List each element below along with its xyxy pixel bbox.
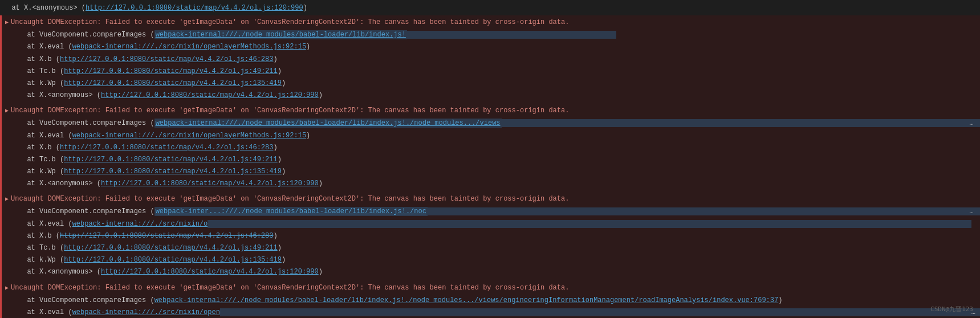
stack-link-1-4[interactable]: http://127.0.0.1:8080/static/map/v4.4.2/… (64, 67, 277, 75)
stack-link-3-1[interactable]: webpack-inter...:///./node_modules/babel… (154, 207, 428, 216)
stack-link-4-2[interactable]: webpack-internal:///./src/mixin/open (72, 308, 220, 316)
stack-trace-3: at VueComponent.compareImages (webpack-i… (2, 206, 980, 280)
stack-line-3-2: at X.eval (webpack-internal:///./src/mix… (15, 218, 980, 230)
stack-line-3-3: at X.b (http://127.0.0.1:8080/static/map… (15, 230, 980, 242)
prev-stack-line: at X.<anonymous> (http://127.0.0.1:8080/… (0, 1, 980, 15)
stack-line-1-1: at VueComponent.compareImages (webpack-i… (15, 29, 980, 41)
toggle-icon-4: ▶ (5, 284, 9, 292)
toggle-icon-3: ▶ (5, 195, 9, 203)
toggle-icon-1: ▶ (5, 18, 9, 27)
stack-text: at VueComponent.compareImages (webpack-i… (19, 30, 616, 39)
error-message-3: Uncaught DOMException: Failed to execute… (11, 194, 977, 204)
stack-line-4-1: at VueComponent.compareImages (webpack-i… (15, 295, 980, 307)
stack-trace-1: at VueComponent.compareImages (webpack-i… (2, 29, 980, 104)
error-group-2: ▶ Uncaught DOMException: Failed to execu… (0, 104, 980, 192)
stack-link-3-2[interactable]: webpack-internal:///./src/mixin/o (72, 220, 208, 228)
stack-line-4-2: at X.eval (webpack-internal:///./src/mix… (15, 307, 980, 318)
stack-line-1-6: at X.<anonymous> (http://127.0.0.1:8080/… (15, 89, 980, 101)
stack-link-2-3[interactable]: http://127.0.0.1:8080/static/map/v4.4.2/… (60, 144, 273, 152)
stack-link-1-3[interactable]: http://127.0.0.1:8080/static/map/v4.4.2/… (60, 55, 273, 63)
stack-link-3-4[interactable]: http://127.0.0.1:8080/static/map/v4.4.2/… (64, 244, 277, 252)
stack-line-1-2: at X.eval (webpack-internal:///./src/mix… (15, 41, 980, 53)
console-container: at X.<anonymous> (http://127.0.0.1:8080/… (0, 0, 980, 318)
stack-line-2-1: at VueComponent.compareImages (webpack-i… (15, 117, 980, 129)
error-header-4[interactable]: ▶ Uncaught DOMException: Failed to execu… (2, 281, 980, 295)
error-message-2: Uncaught DOMException: Failed to execute… (11, 105, 977, 116)
stack-line-3-1: at VueComponent.compareImages (webpack-i… (15, 206, 980, 218)
error-header-2[interactable]: ▶ Uncaught DOMException: Failed to execu… (2, 104, 980, 117)
stack-line-3-5: at k.Wp (http://127.0.0.1:8080/static/ma… (15, 254, 980, 266)
stack-line-1-5: at k.Wp (http://127.0.0.1:8080/static/ma… (15, 78, 980, 89)
error-header-3[interactable]: ▶ Uncaught DOMException: Failed to execu… (2, 192, 980, 206)
stack-line-1-4: at Tc.b (http://127.0.0.1:8080/static/ma… (15, 66, 980, 78)
stack-link-2-1[interactable]: webpack-internal:///./node_modules/babel… (154, 119, 502, 128)
stack-trace-4: at VueComponent.compareImages (webpack-i… (2, 295, 980, 318)
error-group-1: ▶ Uncaught DOMException: Failed to execu… (0, 15, 980, 104)
stack-line-3-4: at Tc.b (http://127.0.0.1:8080/static/ma… (15, 242, 980, 254)
stack-line-2-5: at k.Wp (http://127.0.0.1:8080/static/ma… (15, 166, 980, 178)
error-message-1: Uncaught DOMException: Failed to execute… (11, 17, 977, 27)
error-message-4: Uncaught DOMException: Failed to execute… (11, 283, 977, 293)
watermark: CSDN@九晋123 (930, 305, 973, 313)
error-group-3: ▶ Uncaught DOMException: Failed to execu… (0, 192, 980, 280)
error-group-4: ▶ Uncaught DOMException: Failed to execu… (0, 281, 980, 318)
stack-line-2-2: at X.eval (webpack-internal:///./src/mix… (15, 130, 980, 142)
stack-line-3-6: at X.<anonymous> (http://127.0.0.1:8080/… (15, 266, 980, 278)
stack-link-4-1[interactable]: webpack-internal:///./node_modules/babel… (154, 296, 779, 304)
stack-link-2-4[interactable]: http://127.0.0.1:8080/static/map/v4.4.2/… (64, 156, 277, 164)
stack-line-1-3: at X.b (http://127.0.0.1:8080/static/map… (15, 54, 980, 66)
stack-link-1-6[interactable]: http://127.0.0.1:8080/static/map/v4.4.2/… (101, 91, 319, 99)
stack-link-1-2[interactable]: webpack-internal:///./src/mixin/openlaye… (72, 43, 306, 51)
stack-line-2-3: at X.b (http://127.0.0.1:8080/static/map… (15, 142, 980, 154)
stack-trace-2: at VueComponent.compareImages (webpack-i… (2, 117, 980, 192)
stack-link-2-2[interactable]: webpack-internal:///./src/mixin/openlaye… (72, 132, 306, 140)
stack-link-3-6[interactable]: http://127.0.0.1:8080/static/map/v4.4.2/… (101, 268, 319, 276)
stack-link-3-5[interactable]: http://127.0.0.1:8080/static/map/v4.4.2/… (64, 256, 282, 264)
stack-link-3-3[interactable]: http://127.0.0.1:8080/static/map/v4.4.2/… (60, 232, 273, 240)
prev-stack-link[interactable]: http://127.0.0.1:8080/static/map/v4.4.2/… (86, 4, 303, 12)
stack-link-1-5[interactable]: http://127.0.0.1:8080/static/map/v4.4.2/… (64, 79, 282, 87)
stack-line-2-6: at X.<anonymous> (http://127.0.0.1:8080/… (15, 178, 980, 190)
stack-link-2-6[interactable]: http://127.0.0.1:8080/static/map/v4.4.2/… (101, 180, 319, 187)
stack-link-1-1[interactable]: webpack-internal:///./node_modules/babel… (154, 30, 407, 39)
stack-link-2-5[interactable]: http://127.0.0.1:8080/static/map/v4.4.2/… (64, 168, 282, 176)
toggle-icon-2: ▶ (5, 107, 9, 115)
stack-line-2-4: at Tc.b (http://127.0.0.1:8080/static/ma… (15, 154, 980, 166)
error-header-1[interactable]: ▶ Uncaught DOMException: Failed to execu… (2, 15, 980, 29)
